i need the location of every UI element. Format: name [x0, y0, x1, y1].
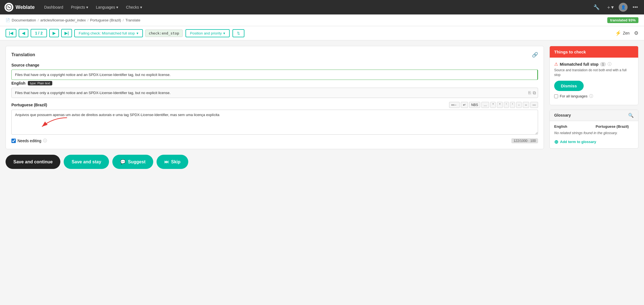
english-input [11, 88, 538, 98]
navbar-right: 🔧 ＋▾ 👤 ••• [592, 3, 640, 12]
pt-tools: ↤← ↵ NBS … " " ' ' - – — [449, 102, 538, 108]
translation-card-title: Translation [11, 52, 35, 57]
check-count-badge: 1 [600, 62, 606, 67]
first-page-button[interactable]: |◀ [6, 29, 16, 37]
page-indicator: 1 / 2 [31, 29, 47, 37]
for-all-row: For all languages ⓘ [554, 94, 634, 99]
tool-em-dash[interactable]: — [530, 102, 538, 108]
glossary-card: Glossary 🔍 English Portuguese (Brazil) N… [549, 110, 638, 149]
tool-hyphen[interactable]: - [516, 102, 522, 108]
char-counter: 122/1000 · 100 [511, 138, 538, 143]
translated-badge: translated 93% [607, 17, 638, 23]
english-row: English type: Plain text [11, 81, 538, 85]
glossary-col-portuguese: Portuguese (Brazil) [596, 124, 634, 129]
tool-enter[interactable]: ↵ [461, 102, 468, 108]
brand-label: Weblate [16, 4, 35, 10]
save-continue-button[interactable]: Save and continue [6, 155, 60, 169]
last-page-button[interactable]: ▶| [61, 29, 72, 37]
tool-en-dash[interactable]: – [523, 102, 529, 108]
tool-close-single[interactable]: ' [510, 102, 515, 108]
more-icon[interactable]: ••• [631, 3, 640, 11]
check-item: ⚠ Mismatched full stop 1 ⓘ Source and tr… [554, 62, 634, 99]
glossary-search-icon[interactable]: 🔍 [628, 113, 634, 118]
tool-ellipsis[interactable]: … [481, 102, 489, 108]
check-card: Things to check ⚠ Mismatched full stop 1… [549, 46, 638, 105]
brand: Weblate [4, 3, 35, 12]
glossary-col-english: English [554, 124, 592, 129]
dismiss-button[interactable]: Dismiss [554, 81, 584, 91]
glossary-cols: English Portuguese (Brazil) [554, 124, 634, 129]
warning-icon: ⚠ [554, 62, 558, 67]
add-term-button[interactable]: ⊕ Add term to glossary [554, 139, 596, 145]
for-all-info-icon[interactable]: ⓘ [589, 94, 593, 99]
plain-text-badge: type: Plain text [28, 81, 52, 85]
check-info-icon[interactable]: ⓘ [608, 62, 611, 67]
translation-card-header: Translation 🔗 [11, 52, 538, 58]
check-tag: check:end_stop [145, 29, 183, 37]
save-stay-button[interactable]: Save and stay [64, 155, 109, 169]
check-item-title: Mismatched full stop [560, 62, 598, 67]
needs-editing-row: Needs editing ⓘ 122/1000 · 100 [11, 138, 538, 143]
check-card-header: Things to check [550, 46, 638, 58]
nav-dashboard[interactable]: Dashboard [41, 3, 66, 11]
link-icon[interactable]: 🔗 [532, 52, 538, 58]
english-label: English [11, 81, 26, 85]
glossary-no-results: No related strings found in the glossary… [554, 131, 634, 135]
suggest-button[interactable]: 💬 Suggest [112, 155, 153, 169]
breadcrumb-bar: 📄 Documentation / articles/license-guide… [0, 14, 644, 26]
sort-button[interactable]: Position and priority ▾ [185, 29, 230, 37]
settings-icon[interactable]: ⚙ [634, 30, 638, 36]
glossary-title: Glossary [554, 113, 571, 117]
lightning-icon: ⚡ [615, 30, 621, 36]
annotation-wrap: Arquivos que possuem apenas um aviso de … [11, 110, 538, 136]
breadcrumb-icon: 📄 [6, 18, 10, 22]
chevron-down-icon: ▾ [140, 5, 142, 9]
zen-button[interactable]: ⚡ Zen [615, 30, 630, 36]
wrench-icon[interactable]: 🔧 [592, 3, 601, 11]
needs-editing-left: Needs editing ⓘ [11, 138, 47, 143]
action-buttons: Save and continue Save and stay 💬 Sugges… [6, 155, 544, 169]
toolbar: |◀ ◀ 1 / 2 ▶ ▶| Failing check: Mismatche… [0, 26, 644, 40]
breadcrumb-translate: Translate [125, 18, 140, 22]
toolbar-right: ⚡ Zen ⚙ [615, 30, 638, 36]
chevron-down-icon: ▾ [137, 31, 138, 35]
nav-projects[interactable]: Projects ▾ [68, 3, 91, 11]
copy-icon[interactable]: ⎘ [528, 90, 531, 95]
add-icon: ⊕ [554, 139, 558, 145]
portuguese-textarea[interactable]: Arquivos que possuem apenas um aviso de … [11, 110, 538, 135]
sort-direction-button[interactable]: ⇅ [232, 29, 244, 37]
suggest-icon: 💬 [120, 159, 126, 164]
nav-checks[interactable]: Checks ▾ [123, 3, 145, 11]
for-all-checkbox[interactable] [554, 94, 558, 98]
skip-icon: ⏭ [164, 159, 169, 164]
prev-page-button[interactable]: ◀ [19, 29, 28, 37]
next-page-button[interactable]: ▶ [49, 29, 59, 37]
copy-raw-icon[interactable]: ⧉ [533, 90, 536, 95]
tool-nbs[interactable]: NBS [469, 102, 480, 108]
right-panel: Things to check ⚠ Mismatched full stop 1… [549, 46, 638, 295]
left-panel: Translation 🔗 Source change English type… [6, 46, 544, 295]
breadcrumb-language[interactable]: Portuguese (Brazil) [90, 18, 121, 22]
skip-button[interactable]: ⏭ Skip [157, 155, 188, 169]
nav-languages[interactable]: Languages ▾ [93, 3, 121, 11]
main-layout: Translation 🔗 Source change English type… [0, 40, 644, 301]
tool-close-double[interactable]: " [497, 102, 502, 108]
for-all-label: For all languages [560, 94, 588, 98]
needs-editing-label: Needs editing [18, 139, 41, 143]
breadcrumb-documentation[interactable]: Documentation [12, 18, 36, 22]
needs-editing-checkbox[interactable] [11, 139, 16, 143]
tool-open-single[interactable]: ' [504, 102, 509, 108]
avatar[interactable]: 👤 [619, 3, 628, 12]
navbar: Weblate Dashboard Projects ▾ Languages ▾… [0, 0, 644, 14]
plus-icon[interactable]: ＋▾ [605, 3, 615, 12]
tool-arrows[interactable]: ↤← [449, 102, 460, 108]
tool-open-double[interactable]: " [490, 102, 496, 108]
chevron-down-icon: ▾ [116, 5, 118, 9]
glossary-header: Glossary 🔍 [550, 110, 638, 121]
check-card-body: ⚠ Mismatched full stop 1 ⓘ Source and tr… [550, 58, 638, 105]
failing-check-filter[interactable]: Failing check: Mismatched full stop ▾ [74, 29, 143, 37]
chevron-down-icon: ▾ [86, 5, 88, 9]
needs-editing-info-icon[interactable]: ⓘ [43, 138, 47, 143]
breadcrumb-articles[interactable]: articles/license-guide/_index [40, 18, 86, 22]
pt-label-row: Portuguese (Brazil) ↤← ↵ NBS … " " ' ' -… [11, 102, 538, 108]
